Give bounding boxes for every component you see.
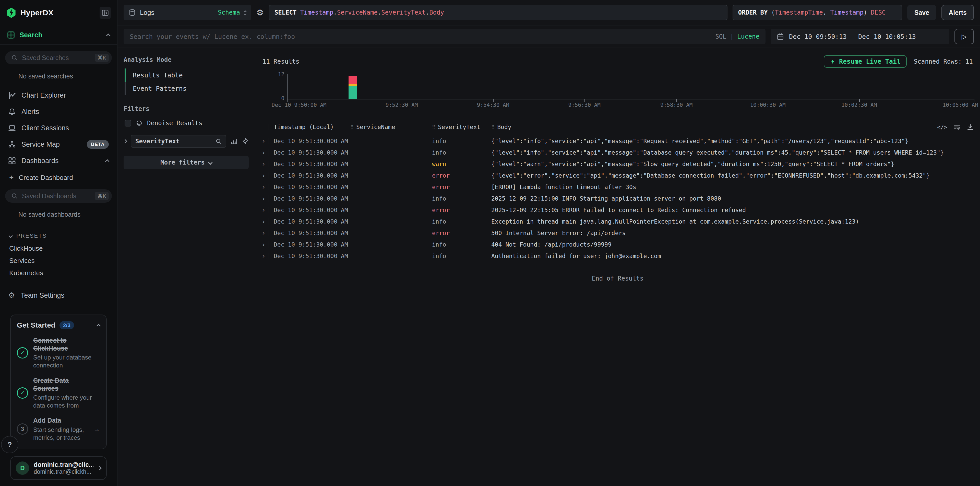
table-row[interactable]: › Dec 10 9:51:30.000 AM info 2025-12-09 … [255,193,980,204]
cell-timestamp: Dec 10 9:51:30.000 AM [274,138,350,144]
get-started-step[interactable]: 3 Add Data Start sending logs, metrics, … [17,416,100,441]
schema-link[interactable]: Schema [218,9,240,16]
expand-row-icon[interactable]: › [261,218,269,225]
save-button[interactable]: Save [907,5,936,20]
source-settings-gear-icon[interactable]: ⚙ [256,8,264,18]
sidebar-item-dashboards[interactable]: Dashboards [5,153,112,169]
drag-handle-icon[interactable]: ⠿ [491,124,495,130]
severity-filter-box[interactable]: SeverityText [131,135,226,148]
analysis-mode-option[interactable]: Event Patterns [125,82,249,95]
expand-row-icon[interactable]: › [261,241,269,248]
step-description: Configure where your data comes from [33,394,95,410]
alerts-button[interactable]: Alerts [942,5,974,20]
resume-live-tail-button[interactable]: Resume Live Tail [824,55,907,68]
query-language-toggle: SQL | Lucene [715,33,759,40]
select-clause-input[interactable]: SELECT Timestamp,ServiceName,SeverityTex… [269,5,727,20]
expand-row-icon[interactable]: › [261,172,269,179]
step-status-icon: ✓ [17,387,28,398]
sidebar-item-team-settings[interactable]: ⚙ Team Settings [5,287,112,304]
saved-dashboards-input[interactable]: Saved Dashboards ⌘K [5,190,112,202]
create-dashboard-label: Create Dashboard [19,174,73,182]
expand-row-icon[interactable]: › [261,184,269,190]
lucene-toggle[interactable]: Lucene [737,33,759,40]
get-started-step[interactable]: ✓ Connect to ClickHouse Set up your data… [17,336,100,370]
expand-row-icon[interactable]: › [261,138,269,144]
cell-body: [ERROR] Lambda function timeout after 30… [491,184,974,190]
analysis-mode-option[interactable]: Results Table [125,69,249,82]
step-status-icon: ✓ [17,347,28,359]
get-started-title: Get Started [17,321,56,329]
table-row[interactable]: › Dec 10 9:51:30.000 AM info {"level":"i… [255,135,980,147]
order-by-input[interactable]: ORDER BY (TimestampTime, Timestamp) DESC [733,5,902,20]
drag-handle-icon[interactable]: ⠿ [432,124,435,130]
expand-row-icon[interactable]: › [261,230,269,236]
search-input[interactable] [130,33,710,40]
expand-row-icon[interactable]: › [261,149,269,156]
cell-body: 2025-12-09 22:15:00 INFO Starting applic… [491,195,974,202]
cell-severity: info [432,218,491,225]
pin-icon[interactable] [242,138,249,145]
denoise-results-toggle[interactable]: Denoise Results [124,118,249,128]
cell-timestamp: Dec 10 9:51:30.000 AM [274,184,350,190]
column-header-severitytext[interactable]: ⠿SeverityText [432,124,491,130]
expand-row-icon[interactable]: › [261,207,269,214]
preset-item[interactable]: Kubernetes [5,267,112,279]
presets-toggle[interactable]: PRESETS [5,225,112,242]
results-table-rows: › Dec 10 9:51:30.000 AM info {"level":"i… [255,135,980,262]
table-row[interactable]: › Dec 10 9:51:30.000 AM info Exception i… [255,216,980,227]
get-started-step[interactable]: ✓ Create Data Sources Configure where yo… [17,377,100,410]
drag-handle-icon[interactable]: ⠿ [350,124,354,130]
sql-toggle[interactable]: SQL [715,33,726,40]
analysis-panel: Analysis Mode Results Table Event Patter… [118,48,255,486]
filter-chart-icon[interactable] [230,138,237,145]
sidebar-item-service-map[interactable]: Service Map BETA [5,136,112,153]
table-row[interactable]: › Dec 10 9:51:30.000 AM info 404 Not Fou… [255,239,980,250]
wrap-text-icon[interactable] [953,123,961,131]
create-dashboard-button[interactable]: + Create Dashboard [5,170,112,185]
cell-severity: info [432,241,491,248]
sidebar-item-chart-explorer[interactable]: Chart Explorer [5,87,112,104]
table-row[interactable]: › Dec 10 9:51:30.000 AM info {"level":"i… [255,147,980,158]
get-started-header[interactable]: Get Started 2/3 [17,321,100,329]
cell-body: {"level":"warn","service":"api","message… [491,161,974,167]
results-histogram[interactable]: 12 0 Dec 10 9:50:00 AM9:52:30 AM9:54:30 … [262,74,974,108]
download-icon[interactable] [967,123,974,131]
denoise-checkbox[interactable] [125,120,131,126]
sidebar-item-label: Client Sessions [21,124,69,132]
chevron-right-icon[interactable] [123,139,127,143]
column-header-body[interactable]: ⠿Body [491,124,974,130]
more-filters-button[interactable]: More filters [124,156,249,169]
cell-severity: info [432,195,491,202]
preset-item[interactable]: Services [5,255,112,267]
lightning-bolt-icon [830,58,835,65]
user-profile-button[interactable]: D dominic.tran@clic... dominic.tran@clic… [10,456,107,480]
expand-row-icon[interactable]: › [261,195,269,202]
preset-item[interactable]: ClickHouse [5,242,112,255]
saved-searches-input[interactable]: Saved Searches ⌘K [5,51,112,64]
code-view-icon[interactable]: </> [937,124,947,130]
column-header-timestamp[interactable]: Timestamp (Local) [274,124,350,130]
no-saved-searches-text: No saved searches [5,64,112,87]
table-row[interactable]: › Dec 10 9:51:30.000 AM warn {"level":"w… [255,158,980,170]
expand-row-icon[interactable]: › [261,161,269,167]
sidebar-item-alerts[interactable]: Alerts [5,104,112,120]
sidebar-item-client-sessions[interactable]: Client Sessions [5,120,112,136]
expand-row-icon[interactable]: › [261,253,269,259]
help-button[interactable]: ? [1,436,18,453]
table-row[interactable]: › Dec 10 9:51:30.000 AM error [ERROR] La… [255,181,980,193]
query-toolbar: Logs Schema ⚙ SELECT Timestamp,ServiceNa… [118,0,980,25]
table-row[interactable]: › Dec 10 9:51:30.000 AM info Authenticat… [255,250,980,262]
cell-body: 500 Internal Server Error: /api/orders [491,230,974,236]
column-header-servicename[interactable]: ⠿ServiceName [350,124,432,130]
table-row[interactable]: › Dec 10 9:51:30.000 AM error 2025-12-09… [255,204,980,216]
run-query-button[interactable]: ▷ [955,29,974,44]
saved-searches-placeholder: Saved Searches [22,54,91,62]
table-row[interactable]: › Dec 10 9:51:30.000 AM error {"level":"… [255,170,980,181]
collapse-sidebar-icon[interactable] [100,6,111,19]
source-select[interactable]: Logs Schema [124,5,251,20]
cell-body: {"level":"info","service":"api","message… [491,138,974,144]
cell-severity: error [432,207,491,214]
date-range-picker[interactable]: Dec 10 09:50:13 - Dec 10 10:05:13 [771,29,949,44]
sidebar-item-search[interactable]: Search [0,25,117,45]
table-row[interactable]: › Dec 10 9:51:30.000 AM error 500 Intern… [255,227,980,239]
